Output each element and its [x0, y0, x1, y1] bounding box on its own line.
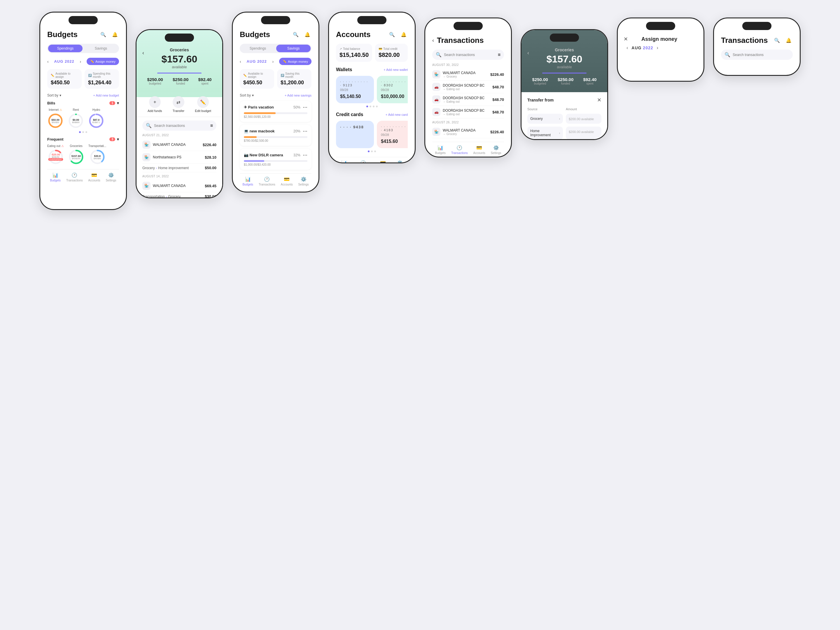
- nav-settings[interactable]: ⚙️ Settings: [298, 177, 309, 186]
- tx-name: DOORDASH SCNDCP BC: [443, 84, 485, 87]
- transaction-transfer-2[interactable]: Transportation › Grocery $30.00: [142, 192, 216, 197]
- assign-money-button[interactable]: ✏️Assign money: [87, 58, 119, 65]
- card-number: · · · · · · · · · · · 9123: [340, 80, 370, 87]
- search-input[interactable]: [154, 124, 208, 128]
- search-bar-right[interactable]: 🔍: [721, 50, 793, 60]
- add-wallet-button[interactable]: + Add new wallet: [384, 68, 408, 71]
- edit-budget-button[interactable]: ✏️ Edit budget: [195, 96, 211, 112]
- prev-month-arrow[interactable]: ‹: [47, 59, 49, 64]
- amount-input-2[interactable]: $200.00 available: [566, 126, 602, 139]
- transfer-button[interactable]: ⇄ Transfer: [173, 96, 185, 112]
- tx-icon: 🏪: [142, 153, 150, 161]
- freq-groceries[interactable]: Groceries $157.60 $40/$250: [68, 144, 84, 165]
- close-assign-button[interactable]: ✕: [624, 36, 628, 42]
- tx-doordash-1[interactable]: 🚗 DOORDASH SCNDCP BC → Eating out $48.70: [432, 81, 504, 93]
- filter-icon[interactable]: ≡: [210, 123, 213, 128]
- bill-rent[interactable]: Rent $0.00 $0/$800: [68, 108, 84, 129]
- stat-budgeted-label: budgeted: [147, 82, 163, 85]
- nav-budgets[interactable]: 📊 Budgets: [242, 177, 253, 186]
- add-card-button[interactable]: + Add new card: [385, 113, 408, 116]
- credit-card-2[interactable]: · · · · · · · · · · · 4183 09/28 $415.60: [377, 121, 408, 148]
- search-input[interactable]: [444, 53, 496, 57]
- bell-icon[interactable]: 🔔: [785, 36, 793, 45]
- close-modal-button[interactable]: ✕: [597, 97, 602, 103]
- tx-walmart-1[interactable]: 🏪 WALMART CANADA → Grocery $226.40: [432, 68, 504, 81]
- bill-internet[interactable]: Internet ⚠ $50.00 $50/$50: [47, 108, 63, 129]
- search-icon[interactable]: 🔍: [388, 31, 396, 39]
- back-button[interactable]: ‹: [142, 50, 144, 56]
- more-icon[interactable]: ⋯: [303, 128, 308, 134]
- transaction-transfer-1[interactable]: Grocery › Home improvement $50.00: [142, 164, 216, 172]
- add-savings-button[interactable]: + Add new savings: [285, 94, 311, 97]
- more-icon[interactable]: ⋯: [303, 152, 308, 158]
- tx-amount: $226.40: [203, 143, 216, 147]
- bills-expand[interactable]: ▾: [117, 101, 119, 105]
- nav-budgets[interactable]: 📊 Budgets: [435, 145, 446, 155]
- nav-accounts[interactable]: 💳 Accounts: [377, 160, 389, 163]
- search-bar[interactable]: 🔍 ≡: [432, 50, 504, 60]
- source-select-2[interactable]: Home Improvement ›: [527, 126, 563, 139]
- transaction-walmart-2[interactable]: 🏪 WALMART CANADA $69.45: [142, 180, 216, 192]
- search-bar[interactable]: 🔍 ≡: [142, 120, 216, 131]
- transaction-northstar[interactable]: 🏪 Northstarteaco PS $28.10: [142, 151, 216, 164]
- tab-spendings[interactable]: Spendings: [48, 45, 82, 52]
- nav-budgets[interactable]: 📊 Budgets: [50, 172, 61, 182]
- wallet-card-2[interactable]: · · · · · · · · · · · 8302 09/28 $10,000…: [377, 76, 408, 103]
- search-icon[interactable]: 🔍: [99, 31, 107, 39]
- tab-savings[interactable]: Savings: [276, 45, 311, 52]
- more-icon[interactable]: ⋯: [303, 104, 308, 110]
- assign-money-button[interactable]: ✏️Assign money: [279, 58, 311, 65]
- nav-transactions[interactable]: 🕐 Transactions: [259, 177, 275, 186]
- nav-accounts[interactable]: 💳 Accounts: [88, 172, 100, 182]
- tab-spendings[interactable]: Spendings: [241, 45, 275, 52]
- total-balance-value: $15,140.50: [339, 52, 369, 58]
- next-month-arrow[interactable]: ›: [80, 59, 81, 64]
- add-funds-button[interactable]: + Add funds: [148, 96, 162, 112]
- search-icon[interactable]: 🔍: [292, 31, 300, 39]
- nav-accounts[interactable]: 💳 Accounts: [281, 177, 293, 186]
- savings-macbook[interactable]: 💻 new macbook 20% ⋯ $780.00/$2,500.00: [240, 125, 311, 146]
- transaction-walmart-1[interactable]: 🏪 WALMART CANADA $226.40: [142, 139, 216, 151]
- nav-settings[interactable]: ⚙️ Settings: [491, 145, 501, 155]
- back-button[interactable]: ‹: [432, 37, 434, 43]
- nav-transactions[interactable]: 🕐 Transactions: [66, 172, 83, 182]
- savings-camera[interactable]: 📷 New DSLR camera 32% ⋯ $1,000.00/$3,420…: [240, 149, 311, 170]
- bill-hydro-label: Hydro: [92, 108, 100, 111]
- savings-paris[interactable]: ✈ Paris vacation 50% ⋯ $2,560.00/$5,120.…: [240, 101, 311, 122]
- credit-card-1[interactable]: · · · · 9438: [336, 121, 374, 148]
- tx-doordash-2[interactable]: 🚗 DOORDASH SCNDCP BC → Eating out $48.70: [432, 93, 504, 106]
- nav-budgets[interactable]: 📊 Budgets: [339, 160, 349, 163]
- bell-icon[interactable]: 🔔: [111, 31, 119, 39]
- modal-title: Transfer from: [527, 98, 554, 103]
- credit-title: Credit cards: [336, 112, 363, 117]
- add-budget-button[interactable]: + Add new budget: [93, 94, 119, 97]
- next-month-assign[interactable]: ›: [657, 45, 658, 51]
- tx-doordash-3[interactable]: 🚗 DOORDASH SCNDCP BC → Eating out $48.70: [432, 106, 504, 118]
- prev-month-assign[interactable]: ‹: [627, 45, 628, 51]
- search-icon[interactable]: 🔍: [773, 36, 781, 45]
- next-month-arrow[interactable]: ›: [272, 59, 274, 64]
- bill-hydro[interactable]: Hydro $87.0 $1/$87.1: [88, 108, 104, 129]
- prev-month-arrow[interactable]: ‹: [240, 59, 241, 64]
- sort-button[interactable]: Sort by ▾: [47, 93, 61, 98]
- bell-icon[interactable]: 🔔: [303, 31, 311, 39]
- back-button[interactable]: ‹: [527, 50, 529, 56]
- tx-walmart-2[interactable]: 🏪 WALMART CANADA → Grocery $226.40: [432, 126, 504, 138]
- frequent-expand[interactable]: ▾: [117, 137, 119, 142]
- nav-transactions[interactable]: 🕐 Transactions: [355, 160, 372, 163]
- tab-savings[interactable]: Savings: [84, 45, 118, 52]
- source-select-1[interactable]: Grocery ›: [527, 114, 563, 124]
- nav-settings[interactable]: ⚙️ Settings: [394, 160, 405, 163]
- freq-eating-out[interactable]: Eating out ⚠ -$20.00 $0/$150 OVERSPENT: [47, 144, 64, 165]
- tx-category: → Eating out: [443, 87, 485, 91]
- bell-icon[interactable]: 🔔: [399, 31, 408, 39]
- search-input-right[interactable]: [733, 53, 789, 57]
- nav-transactions[interactable]: 🕐 Transactions: [451, 145, 468, 155]
- sort-button[interactable]: Sort by ▾: [240, 93, 254, 98]
- freq-transport[interactable]: Transportati... $30.8 $40/$80: [88, 144, 106, 165]
- nav-accounts[interactable]: 💳 Accounts: [474, 145, 485, 155]
- nav-settings[interactable]: ⚙️ Settings: [106, 172, 116, 182]
- amount-input-1[interactable]: $200.00 available: [566, 114, 602, 124]
- wallet-card-1[interactable]: · · · · · · · · · · · 9123 09/28 $5,140.…: [336, 76, 374, 103]
- filter-icon[interactable]: ≡: [498, 52, 501, 57]
